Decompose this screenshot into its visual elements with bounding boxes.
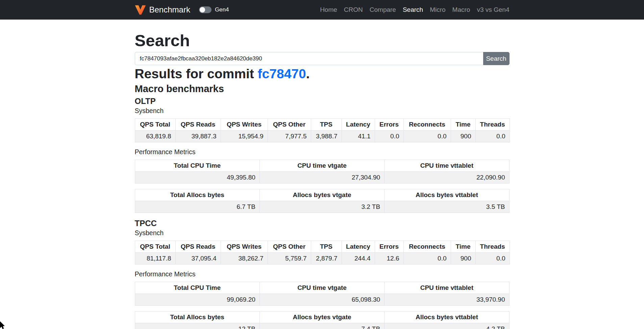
nav-links: Home CRON Compare Search Micro Macro v3 … bbox=[317, 6, 509, 13]
header-cell: CPU time vttablet bbox=[385, 282, 509, 294]
value-cell: 15,954.9 bbox=[221, 131, 268, 142]
value-cell: 0.0 bbox=[403, 253, 451, 265]
oltp-cpu-table: Total CPU Time CPU time vtgate CPU time … bbox=[135, 160, 510, 184]
value-cell: 2,879.7 bbox=[311, 253, 342, 265]
header-cell: QPS Writes bbox=[221, 241, 268, 253]
nav-link-v3-vs-gen4[interactable]: v3 vs Gen4 bbox=[473, 6, 509, 13]
header-cell: QPS Other bbox=[268, 241, 311, 253]
table-row: 81,117.8 37,095.4 38,262.7 5,759.7 2,879… bbox=[135, 253, 510, 265]
value-cell: 0.0 bbox=[403, 131, 451, 142]
header-cell: QPS Total bbox=[135, 241, 175, 253]
header-cell: CPU time vttablet bbox=[385, 160, 509, 172]
value-cell: 12.6 bbox=[375, 253, 403, 265]
brand-link[interactable]: Benchmark bbox=[135, 5, 190, 15]
header-cell: Allocs bytes vttablet bbox=[385, 189, 509, 201]
table-row: 99,069.20 65,098.30 33,970.90 bbox=[135, 294, 509, 306]
header-cell: CPU time vtgate bbox=[259, 282, 384, 294]
nav-link-cron[interactable]: CRON bbox=[341, 6, 366, 13]
value-cell: 0.0 bbox=[475, 131, 510, 142]
performance-metrics-label: Performance Metrics bbox=[135, 270, 510, 278]
header-cell: Reconnects bbox=[403, 119, 451, 131]
value-cell: 37,095.4 bbox=[175, 253, 221, 265]
vitess-logo-icon bbox=[135, 5, 146, 15]
header-cell: Total Allocs bytes bbox=[135, 311, 259, 323]
nav-link-macro[interactable]: Macro bbox=[449, 6, 474, 13]
value-cell: 99,069.20 bbox=[135, 294, 259, 306]
table-row: 12 TB 7.4 TB 4.2 TB bbox=[135, 323, 509, 329]
table-header-row: Total CPU Time CPU time vtgate CPU time … bbox=[135, 160, 509, 172]
table-header-row: Total Allocs bytes Allocs bytes vtgate A… bbox=[135, 189, 509, 201]
value-cell: 7,977.5 bbox=[268, 131, 311, 142]
value-cell: 900 bbox=[451, 253, 475, 265]
table-row: 49,395.80 27,304.90 22,090.90 bbox=[135, 172, 509, 184]
header-cell: Errors bbox=[375, 119, 403, 131]
value-cell: 7.4 TB bbox=[259, 323, 384, 329]
header-cell: Latency bbox=[342, 119, 375, 131]
value-cell: 0.0 bbox=[475, 253, 510, 265]
header-cell: Reconnects bbox=[403, 241, 451, 253]
header-cell: Threads bbox=[475, 241, 510, 253]
header-cell: TPS bbox=[311, 241, 342, 253]
value-cell: 3.2 TB bbox=[259, 201, 384, 213]
header-cell: QPS Writes bbox=[221, 119, 268, 131]
header-cell: QPS Total bbox=[135, 119, 175, 131]
header-cell: Total Allocs bytes bbox=[135, 189, 259, 201]
header-cell: Total CPU Time bbox=[135, 160, 259, 172]
value-cell: 244.4 bbox=[342, 253, 375, 265]
oltp-sysbench-table: QPS Total QPS Reads QPS Writes QPS Other… bbox=[135, 118, 510, 142]
header-cell: Allocs bytes vtgate bbox=[259, 311, 384, 323]
nav-link-home[interactable]: Home bbox=[317, 6, 341, 13]
page-title: Search bbox=[135, 31, 510, 50]
table-row: 63,819.8 39,887.3 15,954.9 7,977.5 3,988… bbox=[135, 131, 510, 142]
brand-label: Benchmark bbox=[149, 5, 190, 15]
gen4-toggle[interactable]: Gen4 bbox=[199, 6, 229, 13]
sysbench-label: Sysbench bbox=[135, 107, 510, 115]
toggle-label: Gen4 bbox=[215, 6, 229, 13]
table-header-row: Total Allocs bytes Allocs bytes vtgate A… bbox=[135, 311, 509, 323]
header-cell: Time bbox=[451, 241, 475, 253]
header-cell: Allocs bytes vttablet bbox=[385, 311, 509, 323]
search-input[interactable] bbox=[135, 52, 483, 65]
value-cell: 6.7 TB bbox=[135, 201, 259, 213]
header-cell: Total CPU Time bbox=[135, 282, 259, 294]
nav-link-micro[interactable]: Micro bbox=[426, 6, 449, 13]
search-button[interactable]: Search bbox=[483, 52, 510, 65]
header-cell: Time bbox=[451, 119, 475, 131]
header-cell: Threads bbox=[475, 119, 510, 131]
tpcc-allocs-table: Total Allocs bytes Allocs bytes vtgate A… bbox=[135, 311, 510, 329]
toggle-switch-icon[interactable] bbox=[199, 6, 212, 13]
header-cell: QPS Reads bbox=[175, 119, 221, 131]
value-cell: 33,970.90 bbox=[385, 294, 509, 306]
value-cell: 22,090.90 bbox=[385, 172, 509, 184]
table-header-row: QPS Total QPS Reads QPS Writes QPS Other… bbox=[135, 119, 510, 131]
value-cell: 39,887.3 bbox=[175, 131, 221, 142]
oltp-allocs-table: Total Allocs bytes Allocs bytes vtgate A… bbox=[135, 189, 510, 213]
header-cell: QPS Other bbox=[268, 119, 311, 131]
commit-link[interactable]: fc78470 bbox=[258, 66, 306, 81]
value-cell: 41.1 bbox=[342, 131, 375, 142]
value-cell: 3,988.7 bbox=[311, 131, 342, 142]
value-cell: 81,117.8 bbox=[135, 253, 175, 265]
nav-link-compare[interactable]: Compare bbox=[366, 6, 399, 13]
sysbench-label: Sysbench bbox=[135, 229, 510, 237]
section-title-macro-benchmarks: Macro benchmarks bbox=[135, 83, 510, 95]
value-cell: 0.0 bbox=[375, 131, 403, 142]
mouse-cursor-icon bbox=[0, 321, 7, 329]
value-cell: 38,262.7 bbox=[221, 253, 268, 265]
value-cell: 4.2 TB bbox=[385, 323, 509, 329]
value-cell: 12 TB bbox=[135, 323, 259, 329]
main-content: Search Search Results for commit fc78470… bbox=[135, 31, 510, 329]
header-cell: QPS Reads bbox=[175, 241, 221, 253]
navbar: Benchmark Gen4 Home CRON Compare Search … bbox=[0, 0, 644, 20]
benchmark-title-oltp: OLTP bbox=[135, 96, 510, 106]
value-cell: 900 bbox=[451, 131, 475, 142]
value-cell: 49,395.80 bbox=[135, 172, 259, 184]
tpcc-cpu-table: Total CPU Time CPU time vtgate CPU time … bbox=[135, 282, 510, 306]
benchmark-title-tpcc: TPCC bbox=[135, 218, 510, 228]
value-cell: 65,098.30 bbox=[259, 294, 384, 306]
performance-metrics-label: Performance Metrics bbox=[135, 148, 510, 156]
nav-link-search[interactable]: Search bbox=[399, 6, 426, 13]
header-cell: Errors bbox=[375, 241, 403, 253]
value-cell: 3.5 TB bbox=[385, 201, 509, 213]
toggle-knob bbox=[200, 7, 205, 12]
